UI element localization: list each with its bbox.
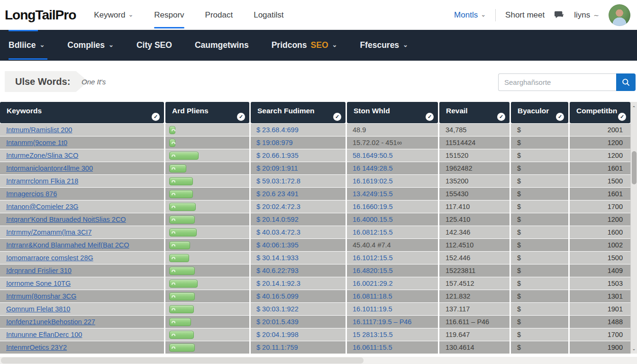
search-fudimen-value: $ 20.14.0:592 (251, 213, 346, 226)
table-row: InturmeZone/Slina 3CO$ 20.66.1:93558.164… (0, 149, 630, 162)
user-menu[interactable]: liyns ∼ (574, 10, 599, 20)
keyword-link[interactable]: Intanmm(9come 1t0 (6, 139, 67, 146)
table-row: Ionfdenz1unekBehostion 227$ 20:01.5.4391… (0, 316, 630, 328)
rank-bar-cell (165, 290, 249, 302)
sub-navigation: Bdliice ⌄ Complies ⌄ City SEO Caumgetwin… (0, 30, 637, 61)
table-row: Gomnum Flelat 3810$ 30:03.1:92216.1011:1… (0, 303, 630, 315)
check-icon[interactable]: ✓ (426, 113, 434, 121)
check-icon[interactable]: ✓ (556, 113, 564, 121)
column-header-ston-whld[interactable]: Ston Whld ✓ (347, 102, 438, 123)
table-row: Intramrrclonm Flkia 218$ 59.03:1:72.816.… (0, 175, 630, 187)
byaculor-value: $ (511, 136, 568, 149)
keyword-link[interactable]: Intramrrclonm Flkia 218 (6, 177, 78, 185)
rank-bar (169, 203, 196, 211)
byaculor-value: $ (511, 200, 568, 213)
keyword-link[interactable]: InturmeZone/Slina 3CO (6, 152, 78, 159)
column-header-search-fudimen[interactable]: Search Fudimen ✓ (251, 102, 346, 123)
table-row: Intormanicloantonr4llme 300$ 20:09:1:911… (0, 162, 630, 174)
subnav-item-complies[interactable]: Complies ⌄ (67, 30, 114, 61)
rank-bar (169, 292, 195, 300)
column-header-ard-pliens[interactable]: Ard Pliens ✓ (165, 102, 249, 123)
ston-whld-value: 16.0812:15.5 (347, 226, 438, 238)
keyword-link[interactable]: Gomnum Flelat 3810 (6, 305, 70, 313)
subnav-item-city-seo[interactable]: City SEO (136, 30, 172, 61)
vertical-scrollbar-thumb[interactable] (632, 151, 637, 184)
keyword-link[interactable]: Intqranr'Kond Btaruaded NoitSlias 2CO (6, 216, 126, 223)
nav-item-logatilst[interactable]: Logatilst (254, 0, 283, 30)
byaculor-value: $ (511, 188, 568, 200)
keyword-link[interactable]: IntenmrOetics 23Y2 (6, 344, 67, 351)
keyword-link[interactable]: Intununne EflanDerc 100 (6, 331, 82, 338)
keyword-link[interactable]: Intrmmy/Zomamm(lma 3CI7 (6, 228, 91, 236)
chevron-down-icon: ⌄ (481, 11, 486, 18)
plan-dropdown[interactable]: Montls ⌄ (454, 10, 486, 20)
revail-value: 1962482 (439, 162, 510, 174)
keyword-link[interactable]: Iomomarraore comslest 28G (6, 254, 93, 262)
search-fudimen-value: $ 40.6.22:793 (251, 264, 346, 277)
keyword-link[interactable]: Ionfdenz1unekBehostion 227 (6, 318, 95, 326)
search-input[interactable] (498, 73, 616, 91)
keyword-link[interactable]: Idrqnrand Frislier 310 (6, 267, 72, 274)
horizontal-scrollbar[interactable] (0, 357, 637, 364)
competition-value: 1601 (570, 188, 630, 200)
keyword-cell: Intrmum(8omshar 3CG (0, 290, 164, 302)
keyword-cell: Iorrnome Sone 10TG (0, 277, 164, 290)
rank-bar (169, 126, 175, 134)
keyword-link[interactable]: Intrranr&Kond Blanmahed Meif(Bat 2CO (6, 241, 129, 249)
column-header-revail[interactable]: Revail ✓ (439, 102, 510, 123)
search-fudimen-value: $ 40.16:5.099 (251, 290, 346, 302)
short-meet-link[interactable]: Short meet (505, 10, 545, 20)
column-header-byaculor[interactable]: Byaculor ✓ (511, 102, 568, 123)
search-button[interactable] (616, 73, 636, 91)
search-fudimen-value: $ 20:02.4:72.3 (251, 200, 346, 213)
competition-value: 1409 (570, 264, 630, 277)
column-header-keywords[interactable]: Keywords ✓ (0, 102, 164, 123)
nav-item-keyword[interactable]: Keyword ⌄ (94, 0, 133, 30)
table-row: Intrmmy/Zomamm(lma 3CI7$ 40.03.4:72.316.… (0, 226, 630, 238)
revail-value: 116.611 – P46 (439, 316, 510, 328)
rank-bar (169, 241, 190, 249)
revail-value: 142.346 (439, 226, 510, 238)
keyword-cell: Ionfdenz1unekBehostion 227 (0, 316, 164, 328)
check-icon[interactable]: ✓ (618, 113, 626, 121)
search-icon (621, 78, 630, 87)
keyword-link[interactable]: Intmum/Ramislist 200 (6, 126, 72, 134)
rank-bar-cell (165, 124, 249, 136)
subnav-item-pridcons-seo[interactable]: Pridcons SEO ⌄ (272, 30, 337, 61)
column-header-competitbn[interactable]: Competitbn ✓ (570, 102, 630, 123)
search-fudimen-value: $ 40:06:1:395 (251, 239, 346, 251)
nav-item-prodact[interactable]: Prodact (205, 0, 233, 30)
check-icon[interactable]: ✓ (152, 113, 160, 121)
subnav-item-caumgetwins[interactable]: Caumgetwins (195, 30, 249, 61)
rank-bar-cell (165, 149, 249, 162)
keyword-link[interactable]: Imnagercios 876 (6, 190, 57, 198)
check-icon[interactable]: ✓ (497, 113, 505, 121)
horizontal-scrollbar-thumb[interactable] (1, 357, 364, 364)
search-fudimen-value: $ 30:03.1:922 (251, 303, 346, 315)
chat-icon[interactable] (554, 10, 564, 20)
subnav-item-ffescures[interactable]: Ffescures ⌄ (360, 30, 408, 61)
scroll-up-icon[interactable]: ⌃ (631, 106, 637, 110)
check-icon[interactable]: ✓ (237, 113, 245, 121)
nav-item-resporv[interactable]: Resporv (154, 0, 184, 30)
keyword-link[interactable]: Intormanicloantonr4llme 300 (6, 164, 93, 172)
competition-value: 1500 (570, 252, 630, 264)
ston-whld-value: 16.4000.15.5 (347, 213, 438, 226)
rank-bar (169, 331, 194, 339)
keyword-cell: Idrqnrand Frislier 310 (0, 264, 164, 277)
vertical-scrollbar[interactable]: ⌃ ⌄ (630, 102, 637, 354)
keyword-cell: Intqranr'Kond Btaruaded NoitSlias 2CO (0, 213, 164, 226)
table-row: Intanon@Comieler 23G$ 20:02.4:72.316.166… (0, 200, 630, 213)
subnav-item-bdliice[interactable]: Bdliice ⌄ (9, 30, 45, 61)
avatar[interactable] (609, 4, 630, 26)
keyword-link[interactable]: Iorrnome Sone 10TG (6, 280, 71, 287)
keyword-link[interactable]: Intrmum(8omshar 3CG (6, 292, 76, 300)
rank-bar (169, 280, 198, 288)
scroll-down-icon[interactable]: ⌄ (631, 346, 637, 351)
table-row: Intmum/Ramislist 200$ 23.68.4:69948.934,… (0, 124, 630, 136)
keyword-cell: Intununne EflanDerc 100 (0, 328, 164, 341)
keyword-link[interactable]: Intanon@Comieler 23G (6, 203, 79, 210)
table-row: Intrranr&Kond Blanmahed Meif(Bat 2CO$ 40… (0, 239, 630, 251)
check-icon[interactable]: ✓ (333, 113, 341, 121)
table-main: Keywords ✓ Ard Pliens ✓ Search Fudimen ✓… (0, 102, 630, 354)
